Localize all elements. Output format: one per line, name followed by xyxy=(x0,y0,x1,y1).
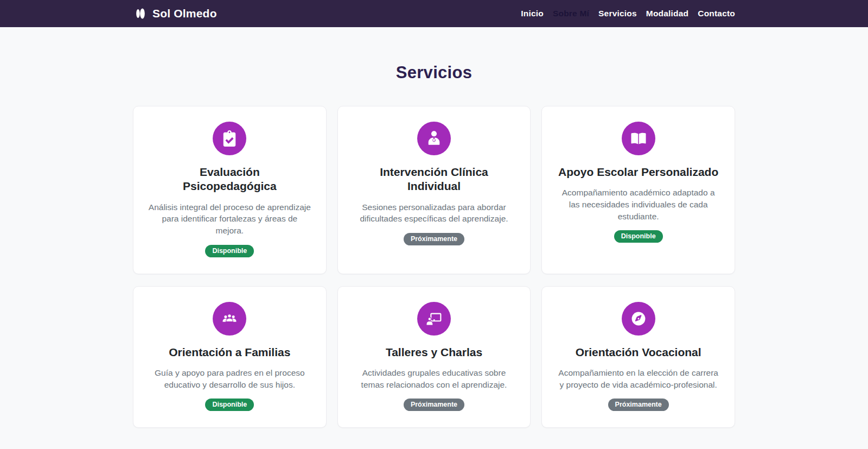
status-badge: Disponible xyxy=(205,399,254,411)
service-icon-circle xyxy=(622,122,655,155)
service-icon-circle xyxy=(213,302,246,336)
service-icon-circle xyxy=(417,302,451,336)
service-title: Apoyo Escolar Personalizado xyxy=(558,165,718,179)
service-card: Intervención Clínica Individual Sesiones… xyxy=(337,106,531,274)
status-badge: Próximamente xyxy=(404,233,464,245)
service-description: Guía y apoyo para padres en el proceso e… xyxy=(148,367,312,390)
service-description: Sesiones personalizadas para abordar dif… xyxy=(352,201,516,225)
service-description: Acompañamiento académico adaptado a las … xyxy=(556,187,720,222)
chalkboard-user-icon xyxy=(426,311,442,327)
service-title: Evaluación Psicopedagógica xyxy=(183,165,277,194)
users-icon xyxy=(221,311,238,327)
status-badge: Disponible xyxy=(205,245,254,257)
status-badge: Disponible xyxy=(614,230,663,243)
service-card: Orientación a Familias Guía y apoyo para… xyxy=(133,286,327,428)
nav-item-inicio[interactable]: Inicio xyxy=(521,9,544,18)
clipboard-check-icon xyxy=(221,130,238,147)
nav-item-sobre-mi[interactable]: Sobre Mí xyxy=(553,9,589,18)
services-grid: Evaluación Psicopedagógica Análisis inte… xyxy=(133,106,735,428)
service-title: Intervención Clínica Individual xyxy=(380,165,488,194)
page-title: Servicios xyxy=(0,63,868,83)
nav-item-modalidad[interactable]: Modalidad xyxy=(646,9,688,18)
service-title: Talleres y Charlas xyxy=(386,345,482,359)
service-card: Orientación Vocacional Acompañamiento en… xyxy=(541,286,735,428)
compass-icon xyxy=(630,311,647,327)
service-description: Análisis integral del proceso de aprendi… xyxy=(148,201,312,237)
service-description: Actividades grupales educativas sobre te… xyxy=(352,367,516,390)
service-card: Talleres y Charlas Actividades grupales … xyxy=(337,286,531,428)
brain-logo-icon xyxy=(133,7,147,20)
book-open-icon xyxy=(630,130,647,147)
nav-item-servicios[interactable]: Servicios xyxy=(598,9,637,18)
brand-link[interactable]: Sol Olmedo xyxy=(133,7,217,20)
nav-item-contacto[interactable]: Contacto xyxy=(698,9,735,18)
service-icon-circle xyxy=(417,122,451,155)
service-card: Evaluación Psicopedagógica Análisis inte… xyxy=(133,106,327,274)
top-navbar: Sol Olmedo Inicio Sobre Mí Servicios Mod… xyxy=(0,0,868,27)
service-card: Apoyo Escolar Personalizado Acompañamien… xyxy=(541,106,735,274)
main-nav: Inicio Sobre Mí Servicios Modalidad Cont… xyxy=(521,9,735,18)
status-badge: Próximamente xyxy=(608,399,669,411)
user-doctor-icon xyxy=(426,130,442,147)
brand-name: Sol Olmedo xyxy=(152,7,217,20)
service-title: Orientación a Familias xyxy=(169,345,290,359)
status-badge: Próximamente xyxy=(404,399,464,411)
service-icon-circle xyxy=(622,302,655,336)
service-title: Orientación Vocacional xyxy=(576,345,701,359)
services-section: Servicios Evaluación Psicopedagógica Aná… xyxy=(0,63,868,428)
service-icon-circle xyxy=(213,122,246,155)
service-description: Acompañamiento en la elección de carrera… xyxy=(556,367,720,390)
